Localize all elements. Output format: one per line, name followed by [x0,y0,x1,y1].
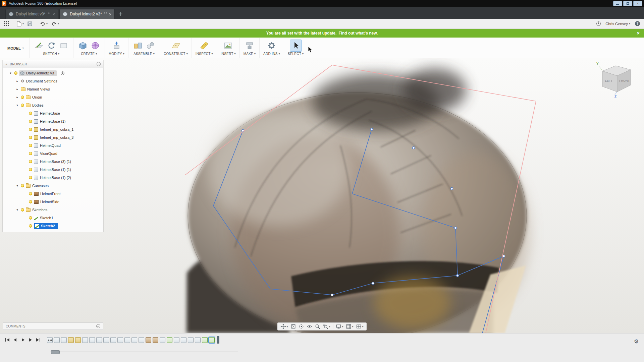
display-settings-button[interactable]: ▾ [336,324,343,329]
timeline-feature-sketch-icon[interactable] [202,337,208,343]
joint-button[interactable] [145,40,156,51]
timeline-settings-gear-icon[interactable]: ⚙ [634,338,639,345]
banner-close-icon[interactable]: × [637,31,640,36]
timeline-feature-icon[interactable] [160,337,165,343]
ribbon-group-label[interactable]: ADD-INS▾ [263,52,280,56]
browser-item-document-settings[interactable]: ▸ ⚙ Document Settings [3,77,103,85]
zoom-button[interactable] [315,324,320,329]
fit-button[interactable] [290,324,296,329]
step-forward-button[interactable] [27,337,34,343]
stop-sketch-button[interactable] [58,40,69,51]
visibility-bulb-icon[interactable] [29,192,32,195]
browser-item-mesh-body[interactable]: helmet_mp_cobra_3 [3,133,103,141]
browser-item-body[interactable]: HelmetBase (1) (2) [3,174,103,182]
browser-item-mesh-body[interactable]: helmet_mp_cobra_1 [3,125,103,133]
timeline-feature-icon[interactable] [54,337,60,343]
timeline-feature-icon[interactable] [82,337,88,343]
visibility-bulb-icon[interactable] [29,128,32,131]
timeline-feature-icon[interactable] [181,337,186,343]
measure-button[interactable] [199,40,210,51]
timeline-feature-mesh-icon[interactable] [75,337,81,343]
skip-to-end-button[interactable] [35,337,42,343]
panel-display-toggle-icon[interactable] [96,324,100,328]
timeline-feature-icon[interactable] [188,337,194,343]
timeline-feature-icon[interactable] [103,337,109,343]
ribbon-group-label[interactable]: INSPECT▾ [196,52,213,56]
timeline-scrollbar-handle[interactable] [51,350,60,354]
timeline-feature-icon[interactable] [110,337,116,343]
view-cube[interactable]: Y LEFT FRONT Z [594,61,638,98]
redo-button[interactable]: ▾ [51,21,59,26]
select-tool-button[interactable] [290,40,302,51]
visibility-bulb-icon[interactable] [21,104,24,107]
browser-item-root-component[interactable]: ▾ DaisyHelmet2 v3 [3,69,103,77]
visibility-bulb-icon[interactable] [29,216,32,220]
visibility-bulb-icon[interactable] [29,112,32,115]
play-button[interactable] [19,337,26,343]
visibility-bulb-icon[interactable] [29,224,32,228]
ribbon-group-label[interactable]: SELECT▾ [288,52,304,56]
project-geometry-button[interactable] [46,40,57,51]
orbit-button[interactable] [299,324,304,329]
make-3d-print-button[interactable] [244,40,255,51]
step-back-button[interactable] [12,337,18,343]
browser-item-canvases[interactable]: ▾ Canvases [3,182,103,190]
timeline-feature-icon[interactable] [89,337,95,343]
viewports-button[interactable]: ▾ [356,324,364,329]
timeline-feature-sketch-active-icon[interactable] [209,337,215,343]
visibility-bulb-icon[interactable] [29,168,32,171]
timeline-feature-sketch-icon[interactable] [167,337,172,343]
timeline-feature-mesh-icon[interactable] [68,337,74,343]
visibility-bulb-icon[interactable] [14,71,17,75]
create-form-button[interactable] [90,40,101,51]
timeline-feature-icon[interactable] [131,337,137,343]
visibility-bulb-icon[interactable] [21,184,24,187]
timeline-feature-icon[interactable] [124,337,130,343]
document-tab-active[interactable]: DaisyHelmet2 v3* × [59,9,115,19]
maximize-button[interactable] [623,1,632,6]
visibility-bulb-icon[interactable] [29,160,32,163]
look-at-button[interactable] [307,324,312,329]
timeline-scrollbar[interactable] [50,350,238,354]
timeline-feature-icon[interactable] [61,337,67,343]
expander-icon[interactable]: ▸ [15,96,19,99]
tab-close-icon[interactable]: × [53,12,55,17]
collapse-panel-icon[interactable]: « [5,62,7,66]
expander-icon[interactable]: ▾ [9,71,12,75]
timeline-feature-icon[interactable] [117,337,123,343]
file-menu-button[interactable]: ▾ [17,21,24,26]
browser-item-canvas[interactable]: HelmetFront [3,190,103,198]
expander-icon[interactable]: ▾ [15,104,19,107]
browser-item-bodies[interactable]: ▾ Bodies [3,101,103,109]
ribbon-group-label[interactable]: CREATE▾ [81,52,97,56]
workspace-selector[interactable]: MODEL ▾ [0,38,29,58]
browser-item-origin[interactable]: ▸ Origin [3,93,103,101]
minimize-button[interactable] [613,1,622,6]
browser-item-sketch[interactable]: Sketch1 [3,214,103,222]
timeline-feature-icon[interactable] [195,337,201,343]
visibility-bulb-icon[interactable] [29,200,32,203]
ribbon-group-label[interactable]: ASSEMBLE▾ [133,52,155,56]
document-tab-inactive[interactable]: DaisyHelmet v9* × [5,9,58,19]
browser-item-sketch-selected[interactable]: Sketch2 [3,222,103,230]
create-solid-button[interactable] [77,40,89,51]
timeline-feature-canvas-icon[interactable] [146,337,151,343]
visibility-bulb-icon[interactable] [29,120,32,123]
ribbon-group-label[interactable]: MODIFY▾ [109,52,124,56]
timeline-feature-group-icon[interactable] [47,337,53,343]
expander-icon[interactable]: ▸ [15,79,19,83]
browser-item-body[interactable]: VisorQuad [3,149,103,158]
construction-plane-button[interactable] [170,40,181,51]
visibility-bulb-icon[interactable] [29,152,32,155]
undo-button[interactable]: ▾ [40,21,48,26]
insert-canvas-button[interactable] [222,40,234,51]
timeline-feature-icon[interactable] [96,337,102,343]
visibility-bulb-icon[interactable] [21,208,24,212]
expander-icon[interactable]: ▸ [15,87,19,91]
banner-whats-new-link[interactable]: Find out what's new. [338,31,378,36]
browser-item-sketches[interactable]: ▾ Sketches [3,206,103,214]
panel-display-toggle-icon[interactable] [97,62,101,66]
browser-item-body[interactable]: HelmetBase [3,109,103,117]
scripts-addins-button[interactable] [266,40,277,51]
job-status-clock-icon[interactable] [596,21,601,26]
